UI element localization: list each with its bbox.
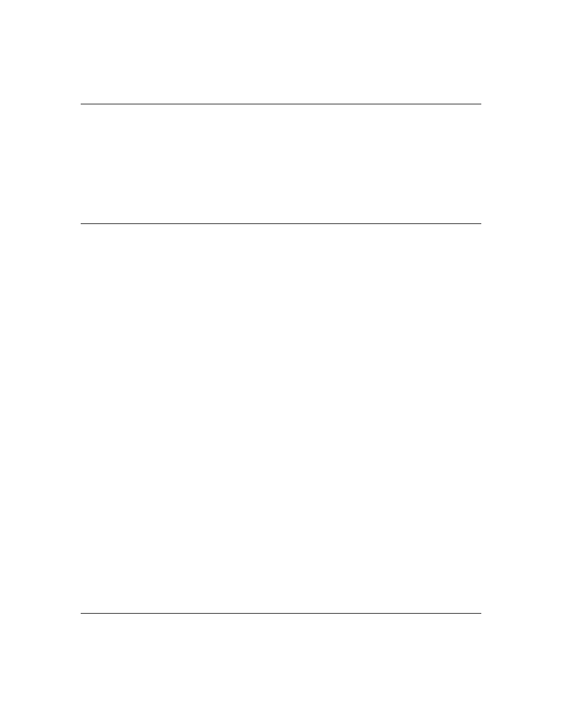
horizontal-rule-middle [81,223,481,224]
horizontal-rule-top [81,104,481,104]
horizontal-rule-bottom [81,613,481,614]
